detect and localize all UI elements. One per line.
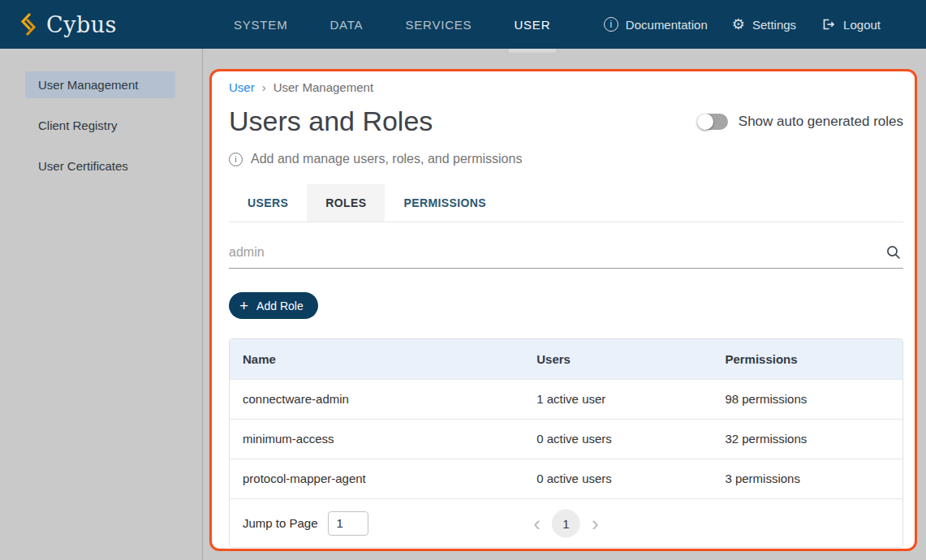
show-auto-generated-roles-toggle[interactable] [697,114,728,130]
toggle-label: Show auto generated roles [739,114,903,130]
role-name-cell: connectware-admin [230,379,523,419]
role-name-cell: minimum-access [230,419,523,459]
column-header-users: Users [523,339,712,379]
table-pagination-row: Jump to Page ‹ 1 › [230,498,902,547]
content-area: User › User Management Users and Roles S… [203,49,926,560]
nav-item-label: USER [514,18,550,32]
settings-label: Settings [752,18,796,32]
role-permissions-cell: 98 permissions [712,379,902,419]
page-subtitle: i Add and manage users, roles, and permi… [229,152,903,166]
role-users-cell: 1 active user [523,379,712,419]
breadcrumb-current: User Management [273,80,373,94]
table-row[interactable]: protocol-mapper-agent 0 active users 3 p… [230,459,902,498]
nav-item-data[interactable]: DATA [308,0,384,49]
pager: ‹ 1 › [533,509,598,537]
search-icon[interactable] [885,244,903,261]
logout-icon [820,17,836,32]
roles-table: Name Users Permissions connectware-admin… [229,338,903,548]
info-circle-icon: i [229,153,243,166]
documentation-label: Documentation [626,18,708,32]
sidebar: User Management Client Registry User Cer… [0,49,203,560]
info-circle-icon: i [604,17,618,32]
nav-item-label: SYSTEM [234,18,287,32]
plus-icon: + [239,298,248,313]
title-row: Users and Roles Show auto generated role… [229,106,903,137]
search-input[interactable] [229,245,885,260]
auto-generated-roles-toggle-group: Show auto generated roles [697,114,903,130]
sidebar-item-client-registry[interactable]: Client Registry [25,112,175,139]
previous-page-icon[interactable]: ‹ [533,513,541,534]
role-permissions-cell: 32 permissions [712,419,902,459]
current-page-button[interactable]: 1 [552,509,580,537]
breadcrumb-user-link[interactable]: User [229,80,255,94]
next-page-icon[interactable]: › [592,513,599,534]
navbar-actions: i Documentation ⚙ Settings Logout [604,17,926,32]
jump-to-page-label: Jump to Page [243,516,318,530]
nav-item-user[interactable]: USER [493,0,571,49]
tab-roles[interactable]: ROLES [307,184,385,222]
role-permissions-cell: 3 permissions [712,459,902,498]
role-users-cell: 0 active users [523,459,712,498]
settings-link[interactable]: ⚙ Settings [732,17,796,32]
sidebar-item-user-certificates[interactable]: User Certificates [25,153,175,179]
nav-item-label: SERVICES [405,18,472,32]
table-row[interactable]: connectware-admin 1 active user 98 permi… [230,379,902,419]
tab-permissions[interactable]: PERMISSIONS [385,184,505,222]
tab-users[interactable]: USERS [229,184,307,222]
brand-logo[interactable]: Cybus [0,12,117,37]
table-header-row: Name Users Permissions [230,339,902,379]
brand-name: Cybus [46,12,117,37]
logout-label: Logout [843,18,881,32]
primary-nav: SYSTEM DATA SERVICES USER [213,0,571,49]
gear-icon: ⚙ [732,17,745,32]
table-row[interactable]: minimum-access 0 active users 32 permiss… [230,419,902,459]
nav-item-system[interactable]: SYSTEM [213,0,308,49]
page-body: User Management Client Registry User Cer… [0,49,926,560]
add-role-label: Add Role [256,299,304,312]
jump-to-page-input[interactable] [328,511,368,536]
sidebar-item-user-management[interactable]: User Management [25,71,175,98]
logout-link[interactable]: Logout [820,17,881,32]
search-bar [229,237,903,269]
toggle-thumb [697,114,713,130]
page-title: Users and Roles [229,106,433,137]
nav-item-services[interactable]: SERVICES [384,0,493,49]
tabs-divider [229,222,903,222]
top-navbar: Cybus SYSTEM DATA SERVICES USER i Docume… [0,0,926,49]
role-name-cell: protocol-mapper-agent [230,459,523,498]
documentation-link[interactable]: i Documentation [604,17,708,32]
column-header-permissions: Permissions [712,339,902,379]
breadcrumb: User › User Management [229,80,903,94]
nav-item-label: DATA [329,18,363,32]
add-role-button[interactable]: + Add Role [229,292,318,319]
role-users-cell: 0 active users [523,419,712,459]
breadcrumb-separator-icon: › [262,80,266,94]
content-panel-highlighted: User › User Management Users and Roles S… [209,69,917,551]
subtitle-text: Add and manage users, roles, and permiss… [251,152,522,166]
column-header-name: Name [230,339,523,379]
cybus-diamond-icon [18,12,39,37]
tab-bar: USERS ROLES PERMISSIONS [229,184,903,222]
